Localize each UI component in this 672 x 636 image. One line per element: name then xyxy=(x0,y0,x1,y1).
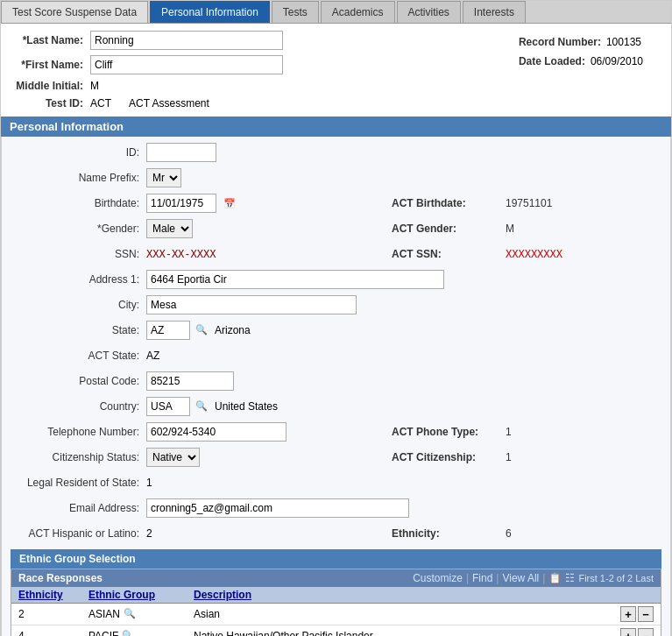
row-buttons-1: + − xyxy=(620,606,654,622)
ethnic-group-header: Ethnic Group Selection xyxy=(11,549,661,569)
act-birthdate-label: ACT Birthdate: xyxy=(392,197,506,209)
act-gender-label: ACT Gender: xyxy=(392,223,506,235)
middle-initial-label: Middle Initial: xyxy=(11,80,90,92)
cell-description-2: Native Hawaiian/Other Pacific Islander xyxy=(194,630,620,636)
tab-academics[interactable]: Academics xyxy=(321,1,395,23)
email-input[interactable] xyxy=(146,498,409,518)
act-hispanic-label: ACT Hispanic or Latino: xyxy=(11,527,146,540)
state-input[interactable] xyxy=(146,321,190,340)
city-input[interactable] xyxy=(146,295,357,314)
remove-row-button-2[interactable]: − xyxy=(638,628,654,636)
gender-label: *Gender: xyxy=(11,223,146,235)
act-birthdate-value: 19751101 xyxy=(506,197,552,209)
cell-ethnicity-1: 2 xyxy=(18,608,88,620)
country-row: Country: United States xyxy=(11,396,661,417)
state-label: State: xyxy=(11,324,146,336)
country-name: United States xyxy=(215,400,278,413)
table-header-row: Ethnicity Ethnic Group Description xyxy=(11,587,661,604)
act-state-value: AZ xyxy=(146,350,159,362)
id-input[interactable] xyxy=(146,143,216,162)
cell-description-1: Asian xyxy=(194,608,620,620)
birthdate-label: Birthdate: xyxy=(11,197,146,209)
country-search-icon[interactable] xyxy=(195,399,209,413)
middle-initial-value: M xyxy=(90,80,99,92)
test-id-type: ACT xyxy=(90,97,111,110)
first-name-input[interactable] xyxy=(90,55,283,74)
col-ethnic-group[interactable]: Ethnic Group xyxy=(88,589,194,601)
tab-personal-info[interactable]: Personal Information xyxy=(150,1,270,23)
row-buttons-2: + − xyxy=(620,628,654,636)
table-row: 4 PACIF Native Hawaiian/Other Pacific Is… xyxy=(11,625,661,636)
act-state-row: ACT State: AZ xyxy=(11,345,661,366)
sep3: | xyxy=(542,572,545,584)
state-row: State: Arizona xyxy=(11,320,661,341)
city-label: City: xyxy=(11,299,146,311)
last-name-label: *Last Name: xyxy=(11,34,90,46)
tab-interests[interactable]: Interests xyxy=(463,1,526,23)
cell-ethnic-group-2: PACIF xyxy=(88,629,194,636)
citizenship-row: Citizenship Status: Native ACT Citizensh… xyxy=(11,447,661,468)
state-search-icon[interactable] xyxy=(195,323,209,337)
sep2: | xyxy=(496,572,499,584)
personal-info-section-header: Personal Information xyxy=(1,117,671,137)
state-name: Arizona xyxy=(215,324,251,336)
customize-link[interactable]: Customize xyxy=(413,572,463,584)
cell-ethnic-group-1: ASIAN xyxy=(88,607,194,621)
add-row-button-2[interactable]: + xyxy=(620,628,636,636)
tab-test-score[interactable]: Test Score Suspense Data xyxy=(1,1,148,23)
gender-select[interactable]: Male xyxy=(146,219,193,238)
citizenship-label: Citizenship Status: xyxy=(11,451,146,463)
tab-activities[interactable]: Activities xyxy=(397,1,461,23)
tab-tests[interactable]: Tests xyxy=(272,1,319,23)
legal-resident-label: Legal Resident of State: xyxy=(11,477,146,489)
act-state-label: ACT State: xyxy=(11,350,146,362)
table-row: 2 ASIAN Asian + − xyxy=(11,604,661,625)
date-loaded-value: 06/09/2010 xyxy=(591,55,643,67)
view-all-link[interactable]: View All xyxy=(502,572,539,584)
copy-icon[interactable]: 📋 xyxy=(548,572,562,584)
citizenship-select[interactable]: Native xyxy=(146,448,200,467)
id-label: ID: xyxy=(11,146,146,159)
address1-input[interactable] xyxy=(146,270,444,289)
act-gender-value: M xyxy=(506,223,514,235)
birthdate-row: Birthdate: 📅 ACT Birthdate: 19751101 xyxy=(11,193,661,214)
city-row: City: xyxy=(11,294,661,315)
name-prefix-row: Name Prefix: Mr xyxy=(11,167,661,188)
remove-row-button-1[interactable]: − xyxy=(638,606,654,622)
ethnic-search-icon-2[interactable] xyxy=(122,629,136,636)
address1-label: Address 1: xyxy=(11,273,146,286)
act-ssn-label: ACT SSN: xyxy=(392,248,506,260)
postal-code-label: Postal Code: xyxy=(11,375,146,387)
col-description[interactable]: Description xyxy=(194,589,617,601)
postal-code-input[interactable] xyxy=(146,371,234,391)
country-label: Country: xyxy=(11,400,146,413)
page-container: Test Score Suspense Data Personal Inform… xyxy=(0,0,672,636)
ethnicity-label: Ethnicity: xyxy=(392,527,506,540)
find-link[interactable]: Find xyxy=(472,572,492,584)
col-ethnicity[interactable]: Ethnicity xyxy=(18,589,88,601)
country-input[interactable] xyxy=(146,397,190,416)
ssn-value: XXX-XX-XXXX xyxy=(146,248,216,260)
race-header: Race Responses Customize | Find | View A… xyxy=(11,569,661,587)
personal-info-form: ID: Name Prefix: Mr Birthdate: 📅 ACT Bir… xyxy=(1,137,671,636)
gender-row: *Gender: Male ACT Gender: M xyxy=(11,218,661,239)
sep1: | xyxy=(466,572,469,584)
test-id-desc: ACT Assessment xyxy=(129,97,209,110)
email-label: Email Address: xyxy=(11,502,146,514)
birthdate-input[interactable] xyxy=(146,194,216,213)
name-prefix-select[interactable]: Mr xyxy=(146,168,181,187)
calendar-icon[interactable]: 📅 xyxy=(223,198,236,209)
id-row: ID: xyxy=(11,142,661,163)
email-row: Email Address: xyxy=(11,498,661,519)
address1-row: Address 1: xyxy=(11,269,661,290)
first-name-label: *First Name: xyxy=(11,59,90,71)
add-row-button-1[interactable]: + xyxy=(620,606,636,622)
tab-bar: Test Score Suspense Data Personal Inform… xyxy=(1,1,671,24)
grid-icon[interactable]: ☷ xyxy=(565,572,575,584)
ethnic-search-icon-1[interactable] xyxy=(124,607,138,621)
telephone-input[interactable] xyxy=(146,422,286,442)
act-citizenship-value: 1 xyxy=(506,451,512,463)
legal-resident-value: 1 xyxy=(146,477,152,489)
pagination-text: First 1-2 of 2 Last xyxy=(578,573,654,583)
last-name-input[interactable] xyxy=(90,31,283,50)
